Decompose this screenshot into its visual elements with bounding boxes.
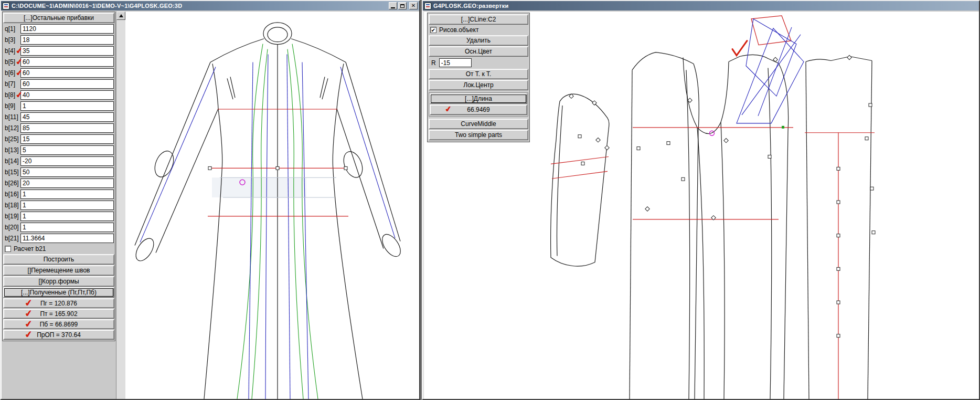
length-button[interactable]: [...]Длина xyxy=(430,93,527,104)
red-construction-lines xyxy=(551,16,875,399)
diamond-control-points[interactable] xyxy=(569,55,851,220)
param-value-input[interactable] xyxy=(20,57,114,67)
derived-value-row[interactable]: ✔ Пб = 66.8699 xyxy=(3,319,114,329)
derived-value-row[interactable]: ✔ ПрОП = 370.64 xyxy=(3,330,114,340)
params-header-button[interactable]: [...]Остальные прибавки xyxy=(3,13,114,23)
minimize-button[interactable] xyxy=(389,2,397,9)
cline-header-button[interactable]: [...]CLine:C2 xyxy=(429,14,528,25)
local-center-button[interactable]: Лок.Центр xyxy=(429,80,528,90)
derived-value-label: Пб = 66.8699 xyxy=(40,321,78,328)
two-simple-parts-button[interactable]: Two simple parts xyxy=(429,130,528,140)
param-row: b[9] ✔ xyxy=(3,101,114,111)
param-value-input[interactable] xyxy=(20,68,114,78)
restore-button[interactable] xyxy=(398,2,407,9)
param-row: b[6] ✔ xyxy=(3,68,114,78)
calc-b21-label: Расчет b21 xyxy=(14,245,46,252)
move-seams-button[interactable]: []Перемещение швов xyxy=(3,265,114,276)
blue-overlay-shapes xyxy=(737,19,804,123)
red-guide-lines xyxy=(208,109,348,216)
draw-object-checkbox-row[interactable]: ✔ Рисов.объект xyxy=(429,25,528,35)
scroll-up-button[interactable] xyxy=(116,12,125,20)
close-button[interactable]: ✕ xyxy=(409,2,418,9)
derived-header-button[interactable]: [...]Полученные (Пг,Пт,Пб) xyxy=(3,287,114,298)
param-value-input[interactable] xyxy=(20,190,114,199)
param-value-input[interactable] xyxy=(20,35,114,45)
from-point-to-point-button[interactable]: От Т. к Т. xyxy=(429,69,528,79)
param-value-input[interactable] xyxy=(20,134,114,144)
derived-values: ✔ Пг = 120.876 ✔ Пт = 165.902 ✔ Пб = 66.… xyxy=(3,298,114,340)
param-name-label: b[9] xyxy=(3,102,20,110)
param-value-input[interactable] xyxy=(20,123,114,133)
param-row: q[1] ✔ xyxy=(3,24,114,34)
derived-value-label: Пг = 120.876 xyxy=(40,300,77,307)
corr-form-button[interactable]: []Корр.формы xyxy=(3,276,114,287)
param-value-input[interactable] xyxy=(20,223,114,232)
blue-seam-lines xyxy=(140,55,395,399)
param-name-label: b[21] xyxy=(3,235,20,242)
calc-b21-checkbox-row[interactable]: Расчет b21 xyxy=(3,244,114,254)
app-icon xyxy=(424,3,431,9)
param-name-label: b[4] xyxy=(3,47,20,55)
delete-button[interactable]: Удалить xyxy=(429,35,528,46)
derived-value-label: Пт = 165.902 xyxy=(40,310,77,318)
param-row: b[13] ✔ xyxy=(3,145,114,155)
param-value-input[interactable] xyxy=(20,234,114,243)
checkbox-icon[interactable] xyxy=(5,246,11,252)
check-icon: ✔ xyxy=(24,318,33,330)
titlebar-flat[interactable]: G4PLOSK.GEO:развертки xyxy=(423,1,979,10)
checkbox-icon[interactable]: ✔ xyxy=(430,27,436,33)
param-row: b[8] ✔ xyxy=(3,90,114,100)
param-name-label: b[3] xyxy=(3,36,20,44)
param-row: b[15] ✔ xyxy=(3,167,114,177)
window-title: C:\DOCUME~1\ADMIN\0016~1\DEMO-V~1\G4PLOS… xyxy=(12,3,182,9)
param-name-label: b[5] xyxy=(3,58,20,66)
param-name-label: b[26] xyxy=(3,180,20,187)
length-value: 66.9469 xyxy=(467,106,489,113)
minimize-icon xyxy=(391,7,395,8)
length-value-row[interactable]: ✔ 66.9469 xyxy=(430,104,527,115)
vertical-scrollbar[interactable] xyxy=(116,12,125,399)
red-check-mark xyxy=(732,41,747,56)
param-name-label: b[13] xyxy=(3,146,20,154)
parameter-panel: [...]Остальные прибавки q[1] ✔ b[3] ✔ xyxy=(2,12,115,341)
param-row: b[16] ✔ xyxy=(3,189,114,199)
radius-label: R xyxy=(431,59,436,67)
draw-object-label: Рисов.объект xyxy=(439,26,478,34)
length-group: [...]Длина ✔ 66.9469 xyxy=(429,92,528,117)
param-rows: q[1] ✔ b[3] ✔ b[4] ✔ xyxy=(3,24,114,244)
param-value-input[interactable] xyxy=(20,212,114,221)
build-button[interactable]: Построить xyxy=(3,254,114,265)
pattern-drawing xyxy=(531,12,979,399)
titlebar-3d[interactable]: C:\DOCUME~1\ADMIN\0016~1\DEMO-V~1\G4PLOS… xyxy=(1,1,419,10)
param-name-label: b[16] xyxy=(3,191,20,198)
param-row: b[14] ✔ xyxy=(3,156,114,166)
param-value-input[interactable] xyxy=(20,46,114,56)
main-color-button[interactable]: Осн.Цвет xyxy=(429,46,528,57)
garment-3d-canvas[interactable] xyxy=(125,12,419,399)
param-name-label: b[11] xyxy=(3,113,20,121)
check-icon: ✔ xyxy=(24,297,33,309)
param-row: b[21] ✔ xyxy=(3,233,114,244)
param-value-input[interactable] xyxy=(20,101,114,111)
radius-input[interactable] xyxy=(439,58,472,67)
window-3d-view: C:\DOCUME~1\ADMIN\0016~1\DEMO-V~1\G4PLOS… xyxy=(0,0,420,400)
param-name-label: b[18] xyxy=(3,202,20,209)
param-name-label: b[12] xyxy=(3,124,20,132)
param-value-input[interactable] xyxy=(20,24,114,34)
param-value-input[interactable] xyxy=(20,90,114,100)
param-value-input[interactable] xyxy=(20,79,114,89)
param-value-input[interactable] xyxy=(20,112,114,122)
param-value-input[interactable] xyxy=(20,178,114,188)
param-value-input[interactable] xyxy=(20,145,114,155)
param-value-input[interactable] xyxy=(20,167,114,177)
scrollbar-track[interactable] xyxy=(116,20,125,399)
derived-value-row[interactable]: ✔ Пг = 120.876 xyxy=(3,298,114,308)
check-icon: ✔ xyxy=(24,308,33,319)
derived-value-row[interactable]: ✔ Пт = 165.902 xyxy=(3,309,114,319)
radius-row: R xyxy=(429,57,528,68)
param-name-label: b[14] xyxy=(3,157,20,165)
param-value-input[interactable] xyxy=(20,201,114,210)
curve-middle-button[interactable]: CurveMiddle xyxy=(429,119,528,129)
param-value-input[interactable] xyxy=(20,156,114,166)
dress-outline xyxy=(132,23,404,399)
